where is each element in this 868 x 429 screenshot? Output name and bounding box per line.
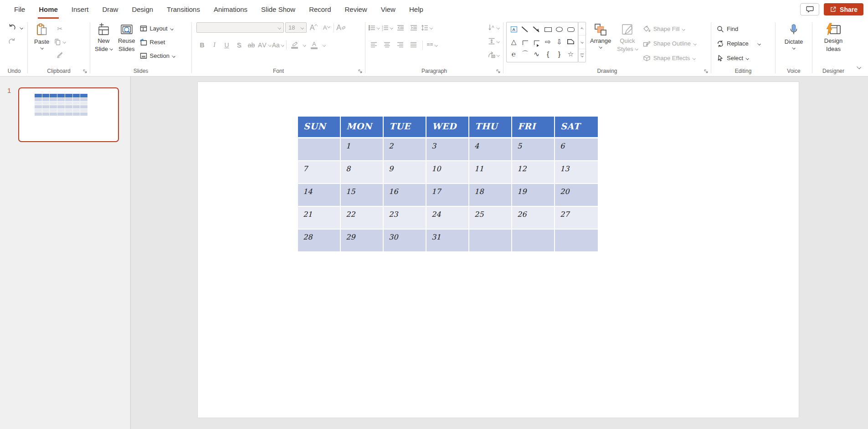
menu-tab-transitions[interactable]: Transitions xyxy=(160,0,207,19)
calendar-day-cell[interactable]: 9 xyxy=(384,161,426,184)
drawing-dialog-launcher[interactable] xyxy=(704,69,709,74)
calendar-day-cell[interactable]: 26 xyxy=(512,207,555,230)
calendar-day-cell[interactable]: 2 xyxy=(384,138,426,161)
calendar-day-cell[interactable]: 25 xyxy=(469,207,512,230)
calendar-day-cell[interactable]: 1 xyxy=(341,138,384,161)
calendar-day-cell[interactable] xyxy=(298,138,341,161)
dictate-button[interactable]: Dictate xyxy=(783,22,805,50)
calendar-day-cell[interactable]: 22 xyxy=(341,207,384,230)
paragraph-dialog-launcher[interactable] xyxy=(496,69,501,74)
replace-button[interactable]: bc Replace xyxy=(716,37,761,50)
calendar-day-cell[interactable]: 29 xyxy=(341,230,384,252)
calendar-day-cell[interactable]: 28 xyxy=(298,230,341,252)
redo-button[interactable] xyxy=(6,36,18,47)
italic-button[interactable]: I xyxy=(209,39,220,51)
calendar-day-cell[interactable]: 30 xyxy=(384,230,426,252)
menu-tab-view[interactable]: View xyxy=(374,0,402,19)
slide-thumbnail[interactable] xyxy=(18,87,119,142)
character-spacing-button[interactable]: AV xyxy=(258,39,271,51)
shape-curve[interactable]: ∿ xyxy=(531,48,542,60)
calendar-day-cell[interactable]: 12 xyxy=(512,161,555,184)
calendar-day-cell[interactable]: 21 xyxy=(298,207,341,230)
calendar-day-cell[interactable]: 4 xyxy=(469,138,512,161)
gallery-scroll-down[interactable] xyxy=(579,36,586,49)
calendar-day-cell[interactable] xyxy=(469,230,512,252)
design-ideas-button[interactable]: Design Ideas xyxy=(822,22,844,53)
collapse-ribbon-button[interactable] xyxy=(855,61,863,72)
menu-tab-review[interactable]: Review xyxy=(338,0,374,19)
undo-button[interactable] xyxy=(6,22,18,33)
strikethrough-button[interactable]: ab xyxy=(246,39,257,51)
reuse-slides-button[interactable]: Reuse Slides xyxy=(116,22,137,53)
calendar-day-cell[interactable]: 24 xyxy=(426,207,469,230)
decrease-indent-button[interactable] xyxy=(395,22,406,33)
calendar-day-cell[interactable] xyxy=(512,230,555,252)
shape-snip-corner-rectangle[interactable] xyxy=(565,36,576,48)
reset-button[interactable]: Reset xyxy=(139,36,176,48)
columns-button[interactable] xyxy=(426,39,437,51)
shape-left-brace[interactable]: { xyxy=(542,48,554,60)
menu-tab-slide-show[interactable]: Slide Show xyxy=(254,0,302,19)
align-right-button[interactable] xyxy=(395,39,406,51)
menu-tab-design[interactable]: Design xyxy=(125,0,160,19)
gallery-more-button[interactable] xyxy=(579,49,586,62)
highlight-color-button[interactable] xyxy=(289,41,300,49)
copy-button[interactable] xyxy=(54,36,66,47)
cut-button[interactable]: ✂ xyxy=(54,23,66,34)
font-dialog-launcher[interactable] xyxy=(358,69,363,74)
menu-tab-help[interactable]: Help xyxy=(402,0,430,19)
shape-right-brace[interactable]: } xyxy=(554,48,565,60)
calendar-day-cell[interactable]: 10 xyxy=(426,161,469,184)
menu-tab-draw[interactable]: Draw xyxy=(95,0,125,19)
calendar-day-cell[interactable]: 13 xyxy=(555,161,598,184)
shape-fill-button[interactable]: Shape Fill xyxy=(642,23,697,35)
underline-button[interactable]: U xyxy=(221,39,232,51)
justify-button[interactable] xyxy=(408,39,419,51)
font-name-combobox[interactable] xyxy=(196,22,284,33)
line-spacing-button[interactable] xyxy=(421,22,432,33)
calendar-table[interactable]: SUNMONTUEWEDTHUFRISAT 123456789101112131… xyxy=(298,117,598,252)
calendar-header-wed[interactable]: WED xyxy=(426,117,469,138)
slide-canvas[interactable]: SUNMONTUEWEDTHUFRISAT 123456789101112131… xyxy=(198,82,799,418)
shape-right-arrow[interactable]: ⇨ xyxy=(542,36,554,48)
shape-isosceles-triangle[interactable]: △ xyxy=(508,36,519,48)
menu-tab-file[interactable]: File xyxy=(7,0,32,19)
calendar-header-tue[interactable]: TUE xyxy=(384,117,426,138)
calendar-header-mon[interactable]: MON xyxy=(341,117,384,138)
section-button[interactable]: Section xyxy=(139,50,176,62)
shape-rectangle[interactable] xyxy=(542,23,554,36)
calendar-header-fri[interactable]: FRI xyxy=(512,117,555,138)
align-center-button[interactable] xyxy=(381,39,393,51)
calendar-day-cell[interactable]: 5 xyxy=(512,138,555,161)
calendar-day-cell[interactable]: 31 xyxy=(426,230,469,252)
calendar-day-cell[interactable]: 23 xyxy=(384,207,426,230)
convert-to-smartart-button[interactable] xyxy=(488,49,499,61)
undo-dropdown-chevron[interactable] xyxy=(20,26,23,29)
font-color-chevron[interactable] xyxy=(322,43,325,46)
arrange-button[interactable]: Arrange xyxy=(588,22,613,49)
calendar-day-cell[interactable]: 6 xyxy=(555,138,598,161)
clear-formatting-button[interactable]: A xyxy=(335,22,347,33)
bullets-button[interactable] xyxy=(368,22,380,33)
shrink-font-button[interactable]: A xyxy=(321,22,332,33)
format-painter-button[interactable] xyxy=(54,49,66,61)
shape-star[interactable]: ☆ xyxy=(565,48,576,60)
calendar-day-cell[interactable]: 18 xyxy=(469,184,512,207)
shape-outline-button[interactable]: Shape Outline xyxy=(642,37,697,50)
numbering-button[interactable]: 123 xyxy=(381,22,393,33)
calendar-header-sun[interactable]: SUN xyxy=(298,117,341,138)
shape-arc[interactable]: ⌒ xyxy=(519,48,531,60)
shape-line[interactable] xyxy=(519,23,531,36)
comments-button[interactable] xyxy=(800,3,819,15)
menu-tab-insert[interactable]: Insert xyxy=(65,0,96,19)
highlight-color-chevron[interactable] xyxy=(303,43,306,46)
shape-rounded-rectangle[interactable] xyxy=(565,23,576,36)
bold-button[interactable]: B xyxy=(196,39,208,51)
calendar-day-cell[interactable]: 3 xyxy=(426,138,469,161)
shape-elbow-arrow-connector[interactable] xyxy=(531,36,542,48)
shape-down-arrow[interactable]: ⇩ xyxy=(554,36,565,48)
calendar-day-cell[interactable]: 11 xyxy=(469,161,512,184)
change-case-button[interactable]: Aa xyxy=(272,39,284,51)
shape-text-box[interactable]: A xyxy=(508,23,519,36)
menu-tab-record[interactable]: Record xyxy=(302,0,338,19)
